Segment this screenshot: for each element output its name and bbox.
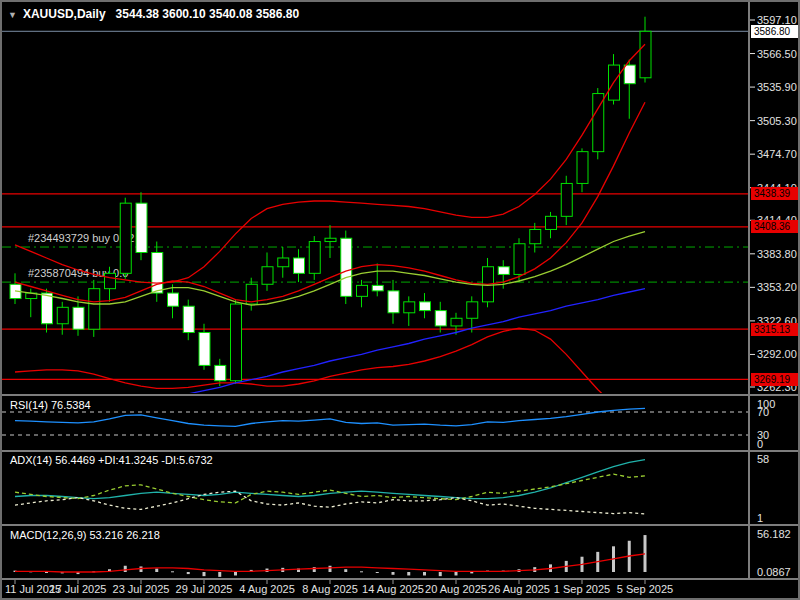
bear-candle (42, 293, 53, 324)
bull-candle (105, 273, 116, 288)
macd-histogram-bar (407, 572, 410, 575)
bear-candle (388, 291, 399, 313)
macd-histogram-bar (470, 572, 473, 573)
bear-candle (341, 238, 352, 296)
bear-candle (420, 302, 431, 311)
bull-candle (530, 229, 541, 243)
macd-histogram-bar (329, 566, 332, 572)
bull-candle (278, 258, 289, 267)
bull-candle (57, 307, 68, 323)
bear-candle (199, 333, 210, 366)
bull-candle (309, 242, 320, 274)
bull-candle (451, 318, 462, 326)
bear-candle (624, 65, 635, 84)
bear-candle (435, 311, 446, 326)
chevron-down-icon[interactable]: ▼ (8, 10, 17, 20)
chart-canvas[interactable] (2, 2, 800, 600)
bear-candle (372, 285, 383, 290)
bull-candle (262, 267, 273, 285)
bull-candle (120, 203, 131, 273)
rsi-panel (2, 408, 748, 435)
macd-histogram-bar (423, 572, 426, 575)
date-tick-label: 29 Jul 2025 (176, 583, 233, 595)
bull-candle (231, 304, 242, 381)
date-tick-label: 4 Aug 2025 (239, 583, 295, 595)
rsi-indicator-label: RSI(14) 76.5384 (10, 399, 91, 411)
bear-candle (168, 293, 179, 306)
bull-candle (546, 216, 557, 229)
macd-panel (14, 535, 647, 577)
macd-histogram-bar (360, 571, 363, 572)
level-price-badge: 3269.19 (751, 373, 800, 386)
chart-title: ▼XAUUSD,Daily3544.38 3600.10 3540.08 358… (8, 7, 299, 21)
panel-separator (2, 578, 800, 580)
macd-histogram-bar (376, 572, 379, 573)
macd-scale-label: 56.182 (757, 528, 791, 540)
price-tick-label: 3535.90 (757, 81, 797, 93)
bear-candle (294, 258, 305, 273)
price-tick-label: 3383.80 (757, 248, 797, 260)
bull-candle (467, 302, 478, 318)
macd-histogram-bar (344, 569, 347, 572)
level-price-badge: 3438.39 (751, 187, 800, 200)
date-tick-label: 5 Sep 2025 (617, 583, 673, 595)
bear-candle (152, 252, 163, 293)
date-tick-label: 8 Aug 2025 (302, 583, 358, 595)
bull-candle (577, 152, 588, 184)
macd-histogram-bar (439, 572, 442, 576)
price-tick-label: 3353.20 (757, 281, 797, 293)
bull-candle (357, 285, 368, 296)
macd-histogram-bar (455, 572, 458, 575)
price-tick-label: 3566.50 (757, 48, 797, 60)
date-tick-label: 1 Sep 2025 (554, 583, 610, 595)
title-symbol-period: XAUUSD,Daily (23, 7, 106, 21)
bull-candle (404, 302, 415, 313)
bull-candle (514, 244, 525, 275)
bull-candle (561, 183, 572, 216)
date-tick-label: 23 Jul 2025 (113, 583, 170, 595)
date-tick-label: 20 Aug 2025 (425, 583, 487, 595)
bear-candle (215, 365, 226, 380)
macd-histogram-bar (392, 572, 395, 575)
price-tick-label: 3292.00 (757, 348, 797, 360)
macd-histogram-bar (218, 572, 221, 577)
macd-histogram-bar (45, 572, 48, 573)
level-price-badge: 3408.36 (751, 220, 800, 233)
bull-candle (325, 238, 336, 241)
bear-candle (498, 267, 509, 275)
macd-histogram-bar (203, 572, 206, 576)
main-price-panel (2, 17, 748, 425)
current-price-badge: 3586.80 (751, 25, 800, 38)
macd-histogram-bar (234, 572, 237, 575)
bull-candle (640, 31, 651, 77)
price-axis-separator (748, 2, 750, 578)
rsi-scale-label: 70 (757, 406, 769, 418)
macd-histogram-bar (124, 566, 127, 572)
macd-indicator-label: MACD(12,26,9) 53.216 26.218 (10, 529, 160, 541)
price-tick-label: 3474.70 (757, 148, 797, 160)
macd-scale-label: 0.0867 (757, 566, 791, 578)
mt4-chart-window: #234493729 buy 0.02 #235870494 buy 0.0 ▼… (0, 0, 800, 600)
bear-candle (136, 203, 147, 252)
adx-panel (15, 460, 645, 514)
price-tick-label: 3505.30 (757, 115, 797, 127)
title-ohlc-values: 3544.38 3600.10 3540.08 3586.80 (116, 7, 300, 21)
rsi-scale-label: 0 (757, 438, 763, 450)
date-tick-label: 14 Aug 2025 (362, 583, 424, 595)
date-tick-label: 26 Aug 2025 (488, 583, 550, 595)
panel-separator[interactable] (2, 394, 800, 396)
level-price-badge: 3315.13 (751, 323, 800, 336)
macd-histogram-bar (187, 572, 190, 574)
panel-separator[interactable] (2, 450, 800, 452)
macd-histogram-bar (171, 571, 174, 572)
macd-histogram-bar (155, 569, 158, 572)
adx-scale-label: 58 (757, 453, 769, 465)
bull-candle (89, 289, 100, 330)
panel-separator[interactable] (2, 524, 800, 526)
bear-candle (183, 306, 194, 332)
bear-candle (73, 307, 84, 329)
date-tick-label: 17 Jul 2025 (50, 583, 107, 595)
adx-indicator-label: ADX(14) 56.4469 +DI:41.3245 -DI:5.6732 (10, 454, 213, 466)
adx-scale-label: 1 (757, 512, 763, 524)
